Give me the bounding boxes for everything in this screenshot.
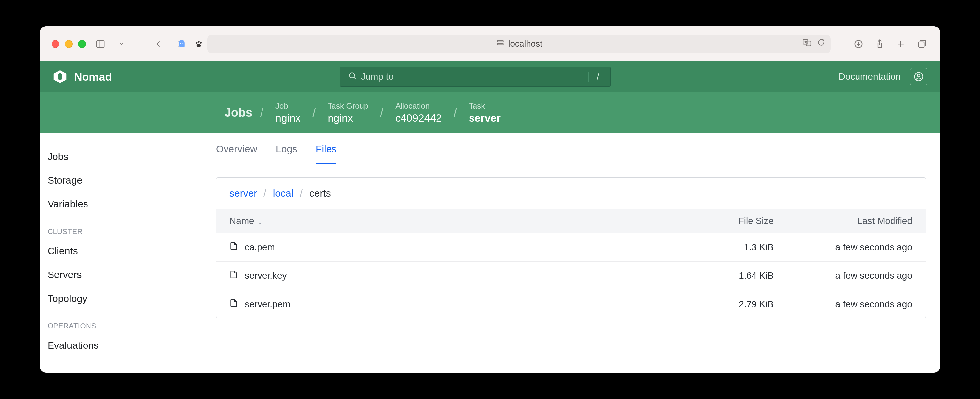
site-settings-icon[interactable]: [496, 38, 504, 49]
sidebar-item-evaluations[interactable]: Evaluations: [40, 334, 201, 358]
nav-back-icon[interactable]: [152, 37, 165, 51]
sidebar-item-storage[interactable]: Storage: [40, 168, 201, 192]
brand-name: Nomad: [74, 70, 112, 83]
sidebar-item-variables[interactable]: Variables: [40, 192, 201, 216]
svg-line-21: [354, 77, 356, 78]
svg-rect-0: [97, 41, 104, 47]
breadcrumb-task: Task server: [457, 101, 512, 124]
app-body: Jobs Storage Variables CLUSTER Clients S…: [40, 133, 940, 373]
breadcrumb-separator: /: [454, 106, 457, 120]
breadcrumb-allocation[interactable]: Allocation c4092442: [383, 101, 454, 124]
sidebar-item-jobs[interactable]: Jobs: [40, 145, 201, 168]
sidebar-group-operations: OPERATIONS: [40, 310, 201, 334]
share-icon[interactable]: [873, 37, 886, 51]
svg-rect-11: [806, 41, 811, 46]
svg-point-2: [180, 42, 181, 43]
url-host: localhost: [509, 39, 542, 49]
window-close-icon[interactable]: [51, 40, 59, 48]
breadcrumb-separator: /: [380, 106, 383, 120]
file-icon: [229, 270, 238, 282]
ghost-extension-icon[interactable]: [176, 38, 188, 50]
sidebar-item-clients[interactable]: Clients: [40, 239, 201, 263]
jump-placeholder: Jump to: [361, 71, 394, 82]
file-name: server.key: [245, 271, 287, 281]
window-minimize-icon[interactable]: [65, 40, 73, 48]
svg-rect-17: [919, 41, 924, 47]
jump-to-search[interactable]: Jump to /: [340, 67, 611, 86]
table-row[interactable]: server.pem2.79 KiBa few seconds ago: [216, 290, 926, 318]
tab-overview[interactable]: Overview: [216, 144, 257, 164]
breadcrumb-separator: /: [260, 106, 264, 120]
sidebar-group-cluster: CLUSTER: [40, 216, 201, 239]
file-modified: a few seconds ago: [787, 262, 926, 290]
translate-icon[interactable]: [802, 38, 811, 49]
svg-point-3: [182, 42, 183, 43]
col-name-header[interactable]: Name ↓: [216, 209, 701, 233]
browser-window: localhost: [40, 26, 940, 373]
tab-files[interactable]: Files: [316, 144, 336, 164]
file-modified: a few seconds ago: [787, 290, 926, 318]
breadcrumb-root[interactable]: Jobs: [224, 106, 260, 120]
browser-chrome: localhost: [40, 26, 940, 61]
file-modified: a few seconds ago: [787, 233, 926, 262]
path-separator: /: [300, 188, 302, 199]
col-size-header[interactable]: File Size: [701, 209, 787, 233]
reload-icon[interactable]: [817, 38, 826, 49]
svg-rect-8: [497, 41, 503, 42]
url-bar[interactable]: localhost: [207, 35, 831, 53]
file-size: 1.64 KiB: [701, 262, 787, 290]
file-name: server.pem: [245, 299, 291, 310]
paw-extension-icon[interactable]: [193, 38, 205, 50]
breadcrumb-job[interactable]: Job nginx: [264, 101, 313, 124]
svg-point-7: [197, 44, 201, 47]
file-table: Name ↓ File Size Last Modified ca.pem1.3…: [216, 209, 926, 318]
sort-asc-icon: ↓: [258, 217, 262, 226]
sidebar-item-topology[interactable]: Topology: [40, 287, 201, 310]
file-size: 2.79 KiB: [701, 290, 787, 318]
svg-point-6: [200, 41, 202, 44]
documentation-link[interactable]: Documentation: [839, 71, 901, 82]
breadcrumb-taskgroup[interactable]: Task Group nginx: [316, 101, 380, 124]
nomad-logo-icon: [53, 69, 67, 84]
file-name: ca.pem: [245, 242, 275, 253]
new-tab-icon[interactable]: [894, 37, 907, 51]
path-separator: /: [264, 188, 266, 199]
sidebar-toggle-icon[interactable]: [94, 37, 107, 51]
svg-point-4: [196, 41, 198, 44]
breadcrumb-separator: /: [313, 106, 316, 120]
downloads-icon[interactable]: [852, 37, 865, 51]
tab-logs[interactable]: Logs: [276, 144, 297, 164]
sidebar-nav: Jobs Storage Variables CLUSTER Clients S…: [40, 133, 201, 373]
path-crumb-current: certs: [309, 188, 331, 199]
chevron-down-icon[interactable]: [115, 37, 128, 51]
table-row[interactable]: ca.pem1.3 KiBa few seconds ago: [216, 233, 926, 262]
sidebar-item-servers[interactable]: Servers: [40, 263, 201, 287]
table-row[interactable]: server.key1.64 KiBa few seconds ago: [216, 262, 926, 290]
user-menu-button[interactable]: [910, 68, 927, 85]
svg-point-23: [917, 74, 920, 77]
path-crumb-local[interactable]: local: [273, 188, 294, 199]
svg-point-5: [198, 41, 200, 43]
path-crumb-server[interactable]: server: [229, 188, 257, 199]
window-zoom-icon[interactable]: [78, 40, 86, 48]
svg-point-20: [350, 73, 355, 78]
file-size: 1.3 KiB: [701, 233, 787, 262]
tab-overview-icon[interactable]: [915, 37, 929, 51]
brand-logo[interactable]: Nomad: [53, 69, 112, 84]
tab-bar: Overview Logs Files: [201, 133, 940, 164]
col-modified-header[interactable]: Last Modified: [787, 209, 926, 233]
window-traffic-lights: [51, 40, 86, 48]
file-browser-panel: server / local / certs Name ↓: [216, 177, 926, 318]
file-icon: [229, 241, 238, 253]
svg-rect-9: [497, 43, 503, 45]
jump-shortcut-hint: /: [589, 72, 602, 82]
file-icon: [229, 298, 238, 310]
search-icon: [348, 71, 356, 82]
path-breadcrumb: server / local / certs: [216, 178, 926, 209]
app-header: Nomad Jump to / Documentation: [40, 61, 940, 92]
resource-breadcrumb: Jobs / Job nginx / Task Group nginx / Al…: [40, 92, 940, 133]
